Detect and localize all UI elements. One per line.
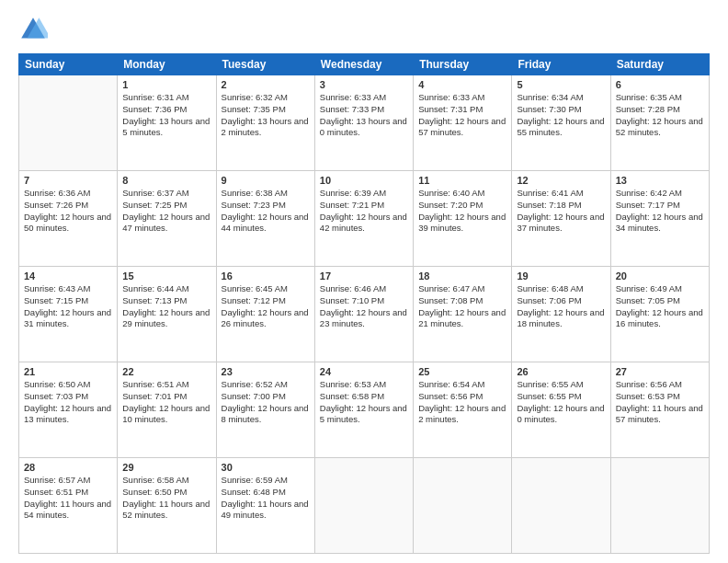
calendar-cell: 27 Sunrise: 6:56 AM Sunset: 6:53 PM Dayl… — [610, 362, 709, 458]
cell-info: Sunrise: 6:37 AM Sunset: 7:25 PM Dayligh… — [122, 188, 210, 235]
calendar-cell: 2 Sunrise: 6:32 AM Sunset: 7:35 PM Dayli… — [216, 75, 314, 171]
daylight: Daylight: 12 hours and 5 minutes. — [320, 403, 407, 425]
sunrise: Sunrise: 6:36 AM — [24, 188, 90, 198]
day-number: 16 — [222, 270, 310, 282]
cell-info: Sunrise: 6:54 AM Sunset: 6:56 PM Dayligh… — [418, 379, 506, 426]
sunrise: Sunrise: 6:47 AM — [418, 283, 484, 293]
day-number: 17 — [320, 270, 408, 282]
day-number: 24 — [320, 366, 408, 377]
calendar-table: SundayMondayTuesdayWednesdayThursdayFrid… — [18, 53, 710, 554]
sunrise: Sunrise: 6:34 AM — [517, 92, 583, 102]
sunset: Sunset: 7:36 PM — [122, 104, 187, 114]
daylight: Daylight: 11 hours and 54 minutes. — [24, 499, 111, 521]
sunset: Sunset: 7:35 PM — [222, 104, 286, 114]
cell-info: Sunrise: 6:58 AM Sunset: 6:50 PM Dayligh… — [122, 475, 210, 522]
sunset: Sunset: 7:08 PM — [418, 295, 483, 305]
weekday-header: Thursday — [414, 54, 512, 75]
sunrise: Sunrise: 6:54 AM — [418, 379, 484, 389]
calendar-cell — [512, 458, 610, 554]
daylight: Daylight: 12 hours and 37 minutes. — [517, 212, 604, 234]
day-number: 4 — [418, 79, 506, 90]
sunrise: Sunrise: 6:46 AM — [320, 283, 386, 293]
calendar-cell: 10 Sunrise: 6:39 AM Sunset: 7:21 PM Dayl… — [314, 171, 413, 267]
calendar-week-row: 1 Sunrise: 6:31 AM Sunset: 7:36 PM Dayli… — [19, 75, 710, 171]
calendar-cell: 11 Sunrise: 6:40 AM Sunset: 7:20 PM Dayl… — [414, 171, 512, 267]
sunset: Sunset: 7:01 PM — [122, 391, 187, 401]
daylight: Daylight: 12 hours and 0 minutes. — [517, 403, 604, 425]
calendar-cell: 6 Sunrise: 6:35 AM Sunset: 7:28 PM Dayli… — [610, 75, 709, 171]
sunrise: Sunrise: 6:38 AM — [222, 188, 288, 198]
cell-info: Sunrise: 6:49 AM Sunset: 7:05 PM Dayligh… — [616, 283, 704, 330]
sunset: Sunset: 6:48 PM — [222, 487, 286, 497]
sunset: Sunset: 7:05 PM — [616, 295, 680, 305]
cell-info: Sunrise: 6:44 AM Sunset: 7:13 PM Dayligh… — [122, 283, 210, 330]
cell-info: Sunrise: 6:33 AM Sunset: 7:31 PM Dayligh… — [418, 92, 506, 139]
day-number: 10 — [320, 175, 408, 186]
sunrise: Sunrise: 6:48 AM — [517, 283, 583, 293]
cell-info: Sunrise: 6:59 AM Sunset: 6:48 PM Dayligh… — [222, 475, 310, 522]
daylight: Daylight: 12 hours and 10 minutes. — [122, 403, 210, 425]
day-number: 30 — [222, 462, 310, 473]
sunrise: Sunrise: 6:31 AM — [122, 92, 188, 102]
cell-info: Sunrise: 6:53 AM Sunset: 6:58 PM Dayligh… — [320, 379, 408, 426]
day-number: 15 — [122, 270, 210, 282]
sunrise: Sunrise: 6:43 AM — [24, 283, 90, 293]
cell-info: Sunrise: 6:56 AM Sunset: 6:53 PM Dayligh… — [616, 379, 704, 426]
calendar-cell: 7 Sunrise: 6:36 AM Sunset: 7:26 PM Dayli… — [19, 171, 118, 267]
sunrise: Sunrise: 6:32 AM — [222, 92, 288, 102]
calendar-cell: 22 Sunrise: 6:51 AM Sunset: 7:01 PM Dayl… — [118, 362, 216, 458]
calendar-cell: 8 Sunrise: 6:37 AM Sunset: 7:25 PM Dayli… — [118, 171, 216, 267]
day-number: 3 — [320, 79, 408, 90]
sunrise: Sunrise: 6:33 AM — [418, 92, 484, 102]
cell-info: Sunrise: 6:33 AM Sunset: 7:33 PM Dayligh… — [320, 92, 408, 139]
sunrise: Sunrise: 6:53 AM — [320, 379, 386, 389]
day-number: 25 — [418, 366, 506, 377]
calendar-cell: 5 Sunrise: 6:34 AM Sunset: 7:30 PM Dayli… — [512, 75, 610, 171]
sunrise: Sunrise: 6:39 AM — [320, 188, 386, 198]
sunset: Sunset: 7:33 PM — [320, 104, 384, 114]
sunrise: Sunrise: 6:56 AM — [616, 379, 682, 389]
sunrise: Sunrise: 6:57 AM — [24, 475, 90, 485]
calendar-cell: 4 Sunrise: 6:33 AM Sunset: 7:31 PM Dayli… — [414, 75, 512, 171]
daylight: Daylight: 12 hours and 16 minutes. — [616, 307, 703, 329]
sunset: Sunset: 7:03 PM — [24, 391, 88, 401]
daylight: Daylight: 13 hours and 5 minutes. — [122, 116, 210, 138]
daylight: Daylight: 11 hours and 57 minutes. — [616, 403, 703, 425]
day-number: 11 — [418, 175, 506, 186]
sunrise: Sunrise: 6:33 AM — [320, 92, 386, 102]
day-number: 21 — [24, 366, 112, 377]
daylight: Daylight: 12 hours and 13 minutes. — [24, 403, 111, 425]
day-number: 29 — [122, 462, 210, 473]
calendar-cell: 28 Sunrise: 6:57 AM Sunset: 6:51 PM Dayl… — [19, 458, 118, 554]
sunrise: Sunrise: 6:37 AM — [122, 188, 188, 198]
cell-info: Sunrise: 6:39 AM Sunset: 7:21 PM Dayligh… — [320, 188, 408, 235]
daylight: Daylight: 12 hours and 21 minutes. — [418, 307, 506, 329]
daylight: Daylight: 12 hours and 18 minutes. — [517, 307, 604, 329]
calendar-cell: 20 Sunrise: 6:49 AM Sunset: 7:05 PM Dayl… — [610, 267, 709, 362]
daylight: Daylight: 12 hours and 47 minutes. — [122, 212, 210, 234]
weekday-header-row: SundayMondayTuesdayWednesdayThursdayFrid… — [19, 54, 710, 75]
daylight: Daylight: 12 hours and 42 minutes. — [320, 212, 407, 234]
daylight: Daylight: 12 hours and 26 minutes. — [222, 307, 309, 329]
sunrise: Sunrise: 6:55 AM — [517, 379, 583, 389]
calendar-week-row: 7 Sunrise: 6:36 AM Sunset: 7:26 PM Dayli… — [19, 171, 710, 267]
day-number: 18 — [418, 270, 506, 282]
sunrise: Sunrise: 6:52 AM — [222, 379, 288, 389]
daylight: Daylight: 13 hours and 0 minutes. — [320, 116, 407, 138]
calendar-cell: 13 Sunrise: 6:42 AM Sunset: 7:17 PM Dayl… — [610, 171, 709, 267]
calendar-cell — [610, 458, 709, 554]
day-number: 27 — [616, 366, 704, 377]
sunset: Sunset: 7:10 PM — [320, 295, 384, 305]
daylight: Daylight: 12 hours and 2 minutes. — [418, 403, 506, 425]
cell-info: Sunrise: 6:47 AM Sunset: 7:08 PM Dayligh… — [418, 283, 506, 330]
daylight: Daylight: 12 hours and 55 minutes. — [517, 116, 604, 138]
calendar-cell: 26 Sunrise: 6:55 AM Sunset: 6:55 PM Dayl… — [512, 362, 610, 458]
cell-info: Sunrise: 6:32 AM Sunset: 7:35 PM Dayligh… — [222, 92, 310, 139]
daylight: Daylight: 12 hours and 31 minutes. — [24, 307, 111, 329]
sunset: Sunset: 7:30 PM — [517, 104, 581, 114]
weekday-header: Sunday — [19, 54, 118, 75]
sunrise: Sunrise: 6:51 AM — [122, 379, 188, 389]
cell-info: Sunrise: 6:50 AM Sunset: 7:03 PM Dayligh… — [24, 379, 112, 426]
header — [18, 15, 710, 44]
day-number: 26 — [517, 366, 605, 377]
